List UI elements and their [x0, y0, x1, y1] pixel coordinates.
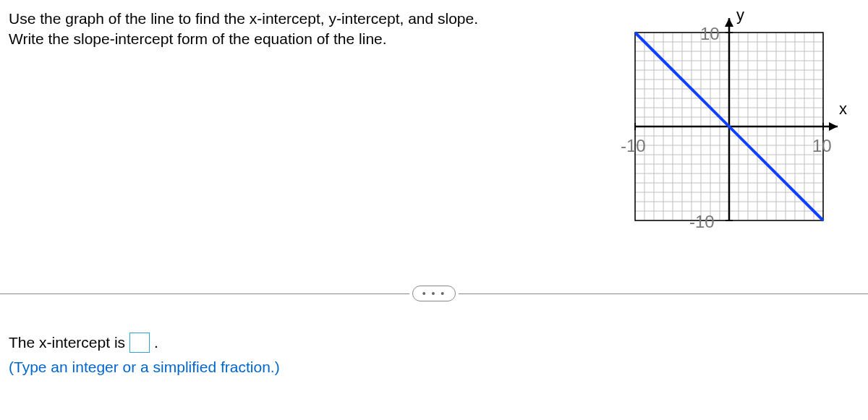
dots-icon: • • •: [422, 288, 446, 299]
tick-neg-y: -10: [689, 212, 715, 231]
answer-area: The x-intercept is . (Type an integer or…: [9, 333, 280, 376]
answer-hint: (Type an integer or a simplified fractio…: [9, 359, 280, 376]
question-prompt: Use the graph of the line to find the x-…: [9, 7, 584, 50]
x-intercept-input[interactable]: [129, 333, 150, 353]
divider-line-left: [0, 293, 409, 294]
x-axis-label: x: [839, 100, 847, 118]
answer-prefix: The x-intercept is: [9, 334, 125, 351]
coordinate-graph: y x -10 10 10 -10: [606, 7, 859, 246]
prompt-line1: Use the graph of the line to find the x-…: [9, 10, 478, 27]
tick-pos-y: 10: [700, 24, 720, 43]
svg-marker-46: [725, 18, 733, 27]
expand-button[interactable]: • • •: [412, 286, 456, 301]
divider-line-right: [459, 293, 868, 294]
answer-suffix: .: [154, 334, 158, 351]
tick-neg-x: -10: [621, 136, 646, 155]
section-divider: • • •: [0, 286, 868, 301]
y-axis-label: y: [736, 7, 744, 24]
prompt-line2: Write the slope-intercept form of the eq…: [9, 30, 387, 47]
svg-marker-44: [829, 122, 838, 131]
graph-figure: y x -10 10 10 -10: [606, 7, 859, 246]
tick-pos-x: 10: [812, 136, 832, 155]
